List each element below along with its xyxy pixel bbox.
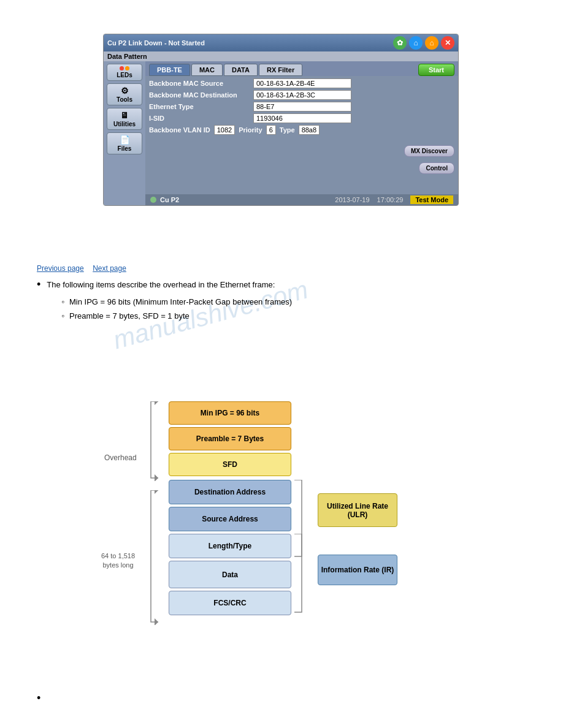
ir-brace-svg [294,534,313,615]
sub-bullet-2: ◦ Preamble = 7 bytes, SFD = 1 byte [61,310,527,322]
field-label-2: Ethernet Type [149,103,253,110]
control-button[interactable]: Control [419,162,454,174]
sidebar-tools-label: Tools [117,96,132,103]
tab-rx-filter[interactable]: RX Filter [259,64,302,76]
svg-marker-2 [155,490,158,494]
tab-data[interactable]: DATA [224,64,258,76]
bottom-bullet: • [37,692,47,703]
sub-text-2: Preamble = 7 bytes, SFD = 1 byte [69,310,190,322]
bullet-main-1: • The following items describe the overh… [37,279,527,291]
next-link[interactable]: Next page [93,264,126,273]
priority-label: Priority [239,126,262,134]
ulr-label: Utilized Line Rate (ULR) [327,502,388,519]
footer-name: Cu P2 [160,196,179,203]
field-label-1: Backbone MAC Destination [149,91,253,99]
field-value-3[interactable]: 1193046 [253,113,351,123]
panel-sidebar: LEDs ⚙ Tools 🖥 Utilities 📄 Files [104,61,145,205]
field-value-1[interactable]: 00-18-63-1A-2B-3C [253,90,351,100]
tools-icon: ⚙ [121,86,129,96]
pkt-row-4: Source Address [169,507,291,531]
sidebar-leds-label: LEDs [117,72,132,78]
sidebar-leds[interactable]: LEDs [107,64,142,81]
sidebar-files-label: Files [118,145,132,152]
tab-pbb-te[interactable]: PBB-TE [149,64,190,76]
led-red [120,66,124,70]
field-label-0: Backbone MAC Source [149,80,253,87]
files-icon: 📄 [120,135,130,145]
prev-link[interactable]: Previous page [37,264,84,273]
ir-label: Information Rate (IR) [321,566,394,574]
overhead-brace-svg [146,401,164,481]
sub-dot-2: ◦ [61,310,64,322]
svg-marker-0 [155,401,158,405]
icon-blue[interactable]: ⌂ [409,36,423,50]
field-label-3: I-SID [149,115,253,122]
bullet-dot-1: • [37,279,40,290]
vlan-id-value[interactable]: 1082 [214,125,235,135]
panel-title: Cu P2 Link Down - Not Started [107,39,205,47]
footer-date: 2013-07-19 [335,196,369,203]
type-value[interactable]: 88a8 [299,125,320,135]
start-button[interactable]: Start [418,64,454,76]
links-area: Previous page Next page [37,264,126,273]
ulr-box: Utilized Line Rate (ULR) [318,493,397,527]
sidebar-utilities-label: Utilities [113,121,136,127]
bullet-text-1: The following items describe the overhea… [47,279,275,291]
close-icon[interactable]: ✕ [441,36,454,50]
panel-titlebar: Cu P2 Link Down - Not Started ✿ ⌂ ⌂ ✕ [104,34,458,51]
panel-tabs: PBB-TE MAC DATA RX Filter Start [145,61,458,76]
bytes-label: 64 to 1,518 bytes long [101,552,135,571]
panel-body: LEDs ⚙ Tools 🖥 Utilities 📄 Files PBB-TE … [104,61,458,205]
ir-box: Information Rate (IR) [318,555,397,585]
field-row-1: Backbone MAC Destination 00-18-63-1A-2B-… [149,90,454,100]
screenshot-panel: Cu P2 Link Down - Not Started ✿ ⌂ ⌂ ✕ Da… [103,34,459,206]
panel-subtitle: Data Pattern [104,51,458,61]
bytes-brace-svg [146,490,164,625]
field-row-3: I-SID 1193046 [149,113,454,123]
pkt-row-6: Data [169,561,291,588]
sidebar-tools[interactable]: ⚙ Tools [107,83,142,105]
diagram-area: Overhead 64 to 1,518 bytes long Min IPG … [98,392,442,650]
field-row-0: Backbone MAC Source 00-18-63-1A-2B-4E [149,78,454,88]
sidebar-files[interactable]: 📄 Files [107,132,142,154]
sub-bullet-1: ◦ Min IPG = 96 bits (Minimum Inter-Packe… [61,296,527,308]
field-row-2: Ethernet Type 88-E7 [149,102,454,112]
titlebar-icons: ✿ ⌂ ⌂ ✕ [393,36,454,50]
sub-text-1: Min IPG = 96 bits (Minimum Inter-Packet … [69,296,292,308]
pkt-row-1: Preamble = 7 Bytes [169,427,291,450]
pkt-row-2: SFD [169,453,291,476]
pkt-row-3: Destination Address [169,480,291,504]
icon-home[interactable]: ⌂ [425,36,439,50]
footer-led [150,197,156,203]
priority-value[interactable]: 6 [266,125,276,135]
vlan-label: Backbone VLAN ID [149,126,210,134]
sub-dot-1: ◦ [61,296,64,308]
vlan-row: Backbone VLAN ID 1082 Priority 6 Type 88… [149,125,454,135]
pkt-row-0: Min IPG = 96 bits [169,401,291,425]
tab-mac[interactable]: MAC [191,64,223,76]
footer-mode: Test Mode [410,195,453,204]
pkt-row-5: Length/Type [169,534,291,558]
footer-time: 17:00:29 [377,196,404,203]
content-area: • The following items describe the overh… [37,279,527,325]
utilities-icon: 🖥 [120,110,129,120]
sidebar-utilities[interactable]: 🖥 Utilities [107,108,142,130]
bottom-bullet-dot: • [37,692,40,704]
panel-fields: Backbone MAC Source 00-18-63-1A-2B-4E Ba… [145,76,458,139]
type-label: Type [280,126,295,134]
panel-lower: MX Discover Control [145,139,458,194]
pkt-row-7: FCS/CRC [169,591,291,615]
panel-footer: Cu P2 2013-07-19 17:00:29 Test Mode [145,194,458,205]
led-orange [125,66,129,70]
svg-marker-3 [155,618,158,625]
svg-marker-1 [155,474,158,481]
field-value-2[interactable]: 88-E7 [253,102,351,112]
overhead-label: Overhead [104,453,137,462]
mx-discover-button[interactable]: MX Discover [404,145,454,157]
panel-main: PBB-TE MAC DATA RX Filter Start Backbone… [145,61,458,205]
icon-green[interactable]: ✿ [393,36,407,50]
field-value-0[interactable]: 00-18-63-1A-2B-4E [253,78,351,88]
